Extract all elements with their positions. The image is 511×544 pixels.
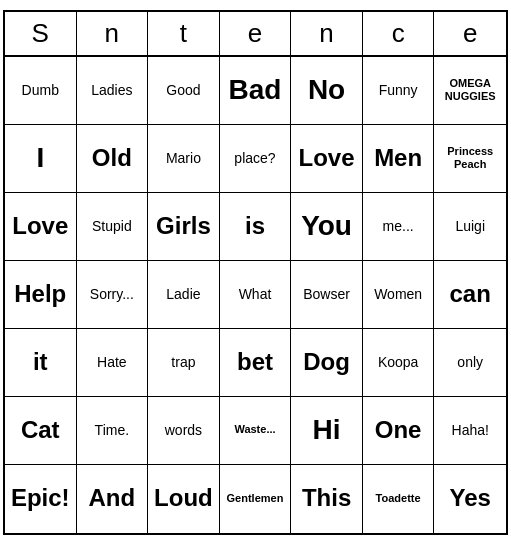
grid-cell-1-2: Mario — [148, 125, 220, 193]
grid-cell-2-3: is — [220, 193, 292, 261]
grid-cell-1-1: Old — [77, 125, 149, 193]
grid-cell-0-0: Dumb — [5, 57, 77, 125]
bingo-board: Sntence DumbLadiesGoodBadNoFunnyOMEGA NU… — [3, 10, 508, 535]
grid-cell-2-4: You — [291, 193, 363, 261]
grid-cell-4-0: it — [5, 329, 77, 397]
grid-cell-6-2: Loud — [148, 465, 220, 533]
grid-cell-3-3: What — [220, 261, 292, 329]
grid-cell-4-3: bet — [220, 329, 292, 397]
header-cell-6: e — [434, 12, 506, 55]
grid-cell-6-5: Toadette — [363, 465, 435, 533]
grid-cell-4-4: Dog — [291, 329, 363, 397]
grid-cell-5-3: Waste... — [220, 397, 292, 465]
grid-cell-4-5: Koopa — [363, 329, 435, 397]
grid-cell-5-5: One — [363, 397, 435, 465]
grid-cell-6-1: And — [77, 465, 149, 533]
grid-cell-6-4: This — [291, 465, 363, 533]
header-cell-2: t — [148, 12, 220, 55]
grid-cell-0-1: Ladies — [77, 57, 149, 125]
grid-cell-0-2: Good — [148, 57, 220, 125]
grid-cell-4-1: Hate — [77, 329, 149, 397]
grid-cell-0-4: No — [291, 57, 363, 125]
grid-cell-6-3: Gentlemen — [220, 465, 292, 533]
grid-cell-1-4: Love — [291, 125, 363, 193]
header-cell-3: e — [220, 12, 292, 55]
grid-cell-6-0: Epic! — [5, 465, 77, 533]
grid-cell-1-6: Princess Peach — [434, 125, 506, 193]
header-cell-5: c — [363, 12, 435, 55]
grid-cell-1-5: Men — [363, 125, 435, 193]
grid-cell-4-6: only — [434, 329, 506, 397]
grid-cell-5-0: Cat — [5, 397, 77, 465]
grid-cell-3-2: Ladie — [148, 261, 220, 329]
grid-cell-2-6: Luigi — [434, 193, 506, 261]
grid-cell-3-4: Bowser — [291, 261, 363, 329]
grid-cell-0-5: Funny — [363, 57, 435, 125]
grid-cell-0-3: Bad — [220, 57, 292, 125]
grid-cell-2-5: me... — [363, 193, 435, 261]
grid-cell-1-0: I — [5, 125, 77, 193]
grid-cell-5-2: words — [148, 397, 220, 465]
grid-cell-5-6: Haha! — [434, 397, 506, 465]
grid-cell-3-0: Help — [5, 261, 77, 329]
header-cell-4: n — [291, 12, 363, 55]
grid-cell-5-4: Hi — [291, 397, 363, 465]
header-cell-1: n — [77, 12, 149, 55]
grid-cell-3-1: Sorry... — [77, 261, 149, 329]
header-cell-0: S — [5, 12, 77, 55]
grid-cell-1-3: place? — [220, 125, 292, 193]
grid-cell-3-5: Women — [363, 261, 435, 329]
grid-cell-3-6: can — [434, 261, 506, 329]
grid-cell-2-2: Girls — [148, 193, 220, 261]
header-row: Sntence — [5, 12, 506, 57]
grid-cell-2-1: Stupid — [77, 193, 149, 261]
grid-cell-0-6: OMEGA NUGGIES — [434, 57, 506, 125]
grid-cell-5-1: Time. — [77, 397, 149, 465]
grid-cell-6-6: Yes — [434, 465, 506, 533]
grid-cell-4-2: trap — [148, 329, 220, 397]
bingo-grid: DumbLadiesGoodBadNoFunnyOMEGA NUGGIESIOl… — [5, 57, 506, 533]
grid-cell-2-0: Love — [5, 193, 77, 261]
